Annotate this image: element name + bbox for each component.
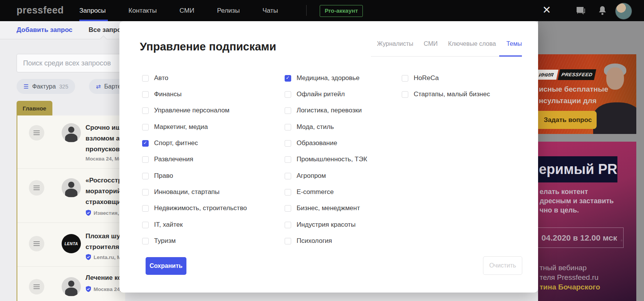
checkbox-icon[interactable] <box>285 205 291 212</box>
lenta-logo-text: LENTA <box>64 242 78 246</box>
checkbox-icon[interactable] <box>285 238 291 244</box>
topic-label: Агропром <box>297 172 326 180</box>
topic-item[interactable]: IT, хайтек <box>142 220 183 229</box>
checkbox-icon[interactable] <box>142 238 149 244</box>
topic-label: Психология <box>297 237 332 245</box>
tab-topics[interactable]: Темы <box>506 40 522 47</box>
checkbox-icon[interactable] <box>285 107 291 114</box>
row-divider <box>17 222 124 223</box>
checkbox-icon[interactable] <box>142 75 149 82</box>
topic-item[interactable]: Индустрия красоты <box>285 220 356 229</box>
nav-item-releases[interactable]: Релизы <box>217 7 240 15</box>
checkbox-icon[interactable] <box>285 222 291 228</box>
topic-label: Стартапы, малый бизнес <box>414 90 490 98</box>
topic-item[interactable]: Бизнес, менеджмент <box>285 204 360 213</box>
tab-keywords[interactable]: Ключевые слова <box>448 40 496 47</box>
topic-item[interactable]: Промышленность, ТЭК <box>285 155 367 164</box>
topic-item[interactable]: Психология <box>285 236 332 246</box>
topic-item[interactable]: Спорт, фитнес <box>142 139 198 148</box>
avatar <box>62 277 81 296</box>
checkbox-icon[interactable] <box>142 156 149 163</box>
checkbox-icon[interactable] <box>285 91 291 98</box>
checkbox-icon[interactable] <box>402 75 408 82</box>
source-label: Москва 24, Мо <box>86 156 122 162</box>
topic-label: Мода, стиль <box>297 123 334 131</box>
topic-item[interactable]: Медицина, здоровье <box>285 74 359 83</box>
topic-item[interactable]: Развлечения <box>142 155 193 164</box>
chat-icon[interactable] <box>575 6 585 15</box>
lenta-logo-avatar: LENTA <box>62 234 81 253</box>
tab-smi[interactable]: СМИ <box>424 40 438 47</box>
checkbox-icon[interactable] <box>142 222 149 228</box>
topic-item[interactable]: Финансы <box>142 90 181 99</box>
topic-item[interactable]: Инновации, стартапы <box>142 187 220 197</box>
consultation-ad-banner[interactable]: ИНИЯ PRESSFEED исные бесплатные нсультац… <box>538 54 636 134</box>
verified-shield-icon <box>86 286 91 292</box>
topic-item[interactable]: E-commerce <box>285 187 334 197</box>
subscriptions-modal: Управление подписками Журналисты СМИ Клю… <box>119 21 538 293</box>
topic-item[interactable]: Агропром <box>285 171 326 181</box>
topic-item[interactable]: Недвижимость, строительство <box>142 204 247 213</box>
topic-item[interactable]: Офлайн ритейл <box>285 90 345 99</box>
request-source: Москва 24, Мо <box>86 156 122 162</box>
nav-item-smi[interactable]: СМИ <box>179 7 194 15</box>
avatar <box>62 123 81 142</box>
request-type-icon <box>29 125 44 140</box>
close-icon[interactable]: ✕ <box>542 4 551 16</box>
topic-item[interactable]: Туризм <box>142 236 176 246</box>
pro-account-button[interactable]: Pro-аккаунт <box>320 5 363 17</box>
checkbox-icon[interactable] <box>402 91 408 98</box>
consultant-photo <box>592 57 636 134</box>
nav-item-requests[interactable]: Запросы <box>79 7 106 15</box>
request-type-icon <box>29 279 44 294</box>
bell-icon[interactable] <box>598 5 607 15</box>
nav-divider <box>306 5 307 16</box>
webinar-description: елать контент дресным и заставить чно в … <box>540 187 614 215</box>
topic-item[interactable]: Авто <box>142 74 168 83</box>
topic-item[interactable]: Маркетинг, медиа <box>142 122 208 132</box>
avatar <box>62 178 81 197</box>
add-request-link[interactable]: Добавить запрос <box>17 26 72 34</box>
checkbox-icon[interactable] <box>285 156 291 163</box>
filter-lines-icon: ☰ <box>23 84 29 89</box>
checkbox-icon[interactable] <box>285 189 291 196</box>
request-source: Известия, М <box>86 210 125 216</box>
tab-main-pinned[interactable]: Главное <box>17 101 52 115</box>
checkbox-icon[interactable] <box>285 140 291 147</box>
topic-item[interactable]: Управление персоналом <box>142 106 230 115</box>
verified-shield-icon <box>86 210 91 216</box>
search-input[interactable] <box>17 54 129 72</box>
filter-chip-faktura[interactable]: ☰ Фактура 325 <box>17 79 75 94</box>
tab-journalists[interactable]: Журналисты <box>377 40 413 47</box>
webinar-ad-banner[interactable]: еримый PR елать контент дресным и застав… <box>538 142 636 301</box>
nav-item-contacts[interactable]: Контакты <box>129 7 157 15</box>
topic-item[interactable]: Образование <box>285 139 337 148</box>
nav-item-chats[interactable]: Чаты <box>262 7 278 15</box>
checkbox-icon[interactable] <box>142 205 149 212</box>
checkbox-icon[interactable] <box>285 124 291 130</box>
topic-label: Недвижимость, строительство <box>154 204 247 212</box>
modal-title: Управление подписками <box>140 40 276 53</box>
checkbox-icon[interactable] <box>142 189 149 196</box>
checkbox-checked-icon[interactable] <box>142 140 149 147</box>
checkbox-icon[interactable] <box>142 91 149 98</box>
top-navbar: pressfeed Запросы Контакты СМИ Релизы Ча… <box>0 0 644 21</box>
clear-button[interactable]: Очистить <box>483 256 522 275</box>
topic-label: Развлечения <box>154 156 193 163</box>
topic-item[interactable]: Мода, стиль <box>285 122 334 132</box>
topic-item[interactable]: HoReCa <box>402 74 439 83</box>
webinar-footer: тный вебинар теля Pressfeed.ru тина Боча… <box>540 263 600 292</box>
topic-item[interactable]: Право <box>142 171 173 181</box>
topic-item[interactable]: Логистика, перевозки <box>285 106 362 115</box>
checkbox-icon[interactable] <box>142 124 149 130</box>
checkbox-icon[interactable] <box>142 107 149 114</box>
topic-label: Авто <box>154 74 168 82</box>
pressfeed-logo[interactable]: pressfeed <box>17 5 64 16</box>
save-button[interactable]: Сохранить <box>146 257 186 275</box>
ask-question-button[interactable]: Задать вопрос <box>538 111 597 129</box>
topic-item[interactable]: Стартапы, малый бизнес <box>402 90 490 99</box>
checkbox-checked-icon[interactable] <box>285 75 291 82</box>
checkbox-icon[interactable] <box>285 173 291 179</box>
user-avatar[interactable] <box>615 3 632 20</box>
checkbox-icon[interactable] <box>142 173 149 179</box>
